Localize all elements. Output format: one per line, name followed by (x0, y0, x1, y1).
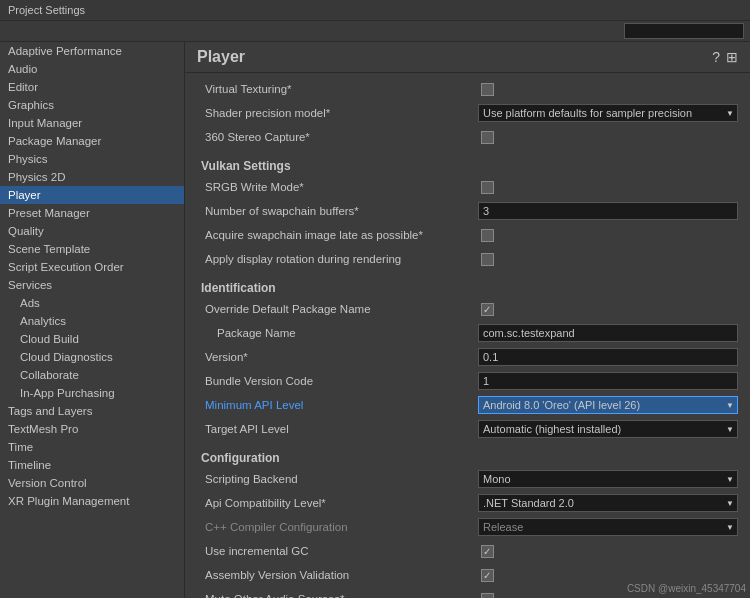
virtual-texturing-checkbox[interactable] (478, 80, 496, 98)
sidebar-item-tags-and-layers[interactable]: Tags and Layers (0, 402, 184, 420)
shader-precision-select-wrap: Use platform defaults for sampler precis… (478, 104, 738, 122)
sidebar-item-quality[interactable]: Quality (0, 222, 184, 240)
sidebar-item-physics[interactable]: Physics (0, 150, 184, 168)
help-icon[interactable]: ? (712, 49, 720, 65)
sidebar-item-cloud-diagnostics[interactable]: Cloud Diagnostics (0, 348, 184, 366)
override-package-box[interactable] (481, 303, 494, 316)
shader-precision-select[interactable]: Use platform defaults for sampler precis… (478, 104, 738, 122)
display-rotation-row: Apply display rotation during rendering (193, 247, 742, 271)
mute-audio-label: Mute Other Audio Sources* (197, 593, 478, 598)
target-api-select-wrap: Automatic (highest installed) (478, 420, 738, 438)
package-name-value (478, 324, 738, 342)
sidebar-item-audio[interactable]: Audio (0, 60, 184, 78)
acquire-swapchain-label: Acquire swapchain image late as possible… (197, 229, 478, 241)
min-api-select[interactable]: Android 8.0 'Oreo' (API level 26) (478, 396, 738, 414)
min-api-row: Minimum API Level Android 8.0 'Oreo' (AP… (193, 393, 742, 417)
package-name-input[interactable] (478, 324, 738, 342)
incremental-gc-label: Use incremental GC (197, 545, 478, 557)
watermark: CSDN @weixin_45347704 (627, 583, 746, 594)
scripting-backend-select[interactable]: Mono (478, 470, 738, 488)
sidebar-item-editor[interactable]: Editor (0, 78, 184, 96)
virtual-texturing-value (478, 80, 738, 98)
srgb-row: SRGB Write Mode* (193, 175, 742, 199)
shader-precision-label: Shader precision model* (197, 107, 478, 119)
stereo-capture-checkbox-wrap[interactable] (478, 128, 496, 146)
api-compat-select[interactable]: .NET Standard 2.0 (478, 494, 738, 512)
sidebar-item-scene-template[interactable]: Scene Template (0, 240, 184, 258)
panel-icons: ? ⊞ (712, 49, 738, 65)
cpp-compiler-row: C++ Compiler Configuration Release (193, 515, 742, 539)
sidebar-item-time[interactable]: Time (0, 438, 184, 456)
search-input[interactable] (624, 23, 744, 39)
mute-audio-box[interactable] (481, 593, 494, 599)
title-bar: Project Settings (0, 0, 750, 21)
sidebar-item-adaptive-performance[interactable]: Adaptive Performance (0, 42, 184, 60)
acquire-swapchain-row: Acquire swapchain image late as possible… (193, 223, 742, 247)
sidebar-item-in-app-purchasing[interactable]: In-App Purchasing (0, 384, 184, 402)
min-api-select-wrap: Android 8.0 'Oreo' (API level 26) (478, 396, 738, 414)
virtual-texturing-box[interactable] (481, 83, 494, 96)
srgb-checkbox-wrap[interactable] (478, 178, 496, 196)
sidebar-item-version-control[interactable]: Version Control (0, 474, 184, 492)
swapchain-input[interactable] (478, 202, 738, 220)
override-package-wrap[interactable] (478, 300, 496, 318)
target-api-select[interactable]: Automatic (highest installed) (478, 420, 738, 438)
acquire-swapchain-wrap[interactable] (478, 226, 496, 244)
version-label: Version* (197, 351, 478, 363)
vulkan-settings-header: Vulkan Settings (193, 153, 742, 175)
shader-precision-row: Shader precision model* Use platform def… (193, 101, 742, 125)
override-package-row: Override Default Package Name (193, 297, 742, 321)
override-package-value (478, 300, 738, 318)
display-rotation-box[interactable] (481, 253, 494, 266)
acquire-swapchain-box[interactable] (481, 229, 494, 242)
incremental-gc-value (478, 542, 738, 560)
swapchain-label: Number of swapchain buffers* (197, 205, 478, 217)
sidebar-item-graphics[interactable]: Graphics (0, 96, 184, 114)
assembly-version-value (478, 566, 738, 584)
version-row: Version* (193, 345, 742, 369)
srgb-box[interactable] (481, 181, 494, 194)
swapchain-row: Number of swapchain buffers* (193, 199, 742, 223)
sidebar-item-script-execution-order[interactable]: Script Execution Order (0, 258, 184, 276)
cpp-compiler-select[interactable]: Release (478, 518, 738, 536)
assembly-version-wrap[interactable] (478, 566, 496, 584)
sidebar-item-player[interactable]: Player (0, 186, 184, 204)
target-api-row: Target API Level Automatic (highest inst… (193, 417, 742, 441)
pin-icon[interactable]: ⊞ (726, 49, 738, 65)
scripting-backend-row: Scripting Backend Mono (193, 467, 742, 491)
incremental-gc-box[interactable] (481, 545, 494, 558)
mute-audio-wrap[interactable] (478, 590, 496, 598)
cpp-compiler-wrap: Release (478, 518, 738, 536)
sidebar-item-cloud-build[interactable]: Cloud Build (0, 330, 184, 348)
stereo-capture-value (478, 128, 738, 146)
sidebar-item-timeline[interactable]: Timeline (0, 456, 184, 474)
sidebar-item-input-manager[interactable]: Input Manager (0, 114, 184, 132)
sidebar-item-preset-manager[interactable]: Preset Manager (0, 204, 184, 222)
scripting-backend-label: Scripting Backend (197, 473, 478, 485)
srgb-label: SRGB Write Mode* (197, 181, 478, 193)
sidebar-item-physics-2d[interactable]: Physics 2D (0, 168, 184, 186)
min-api-label[interactable]: Minimum API Level (197, 399, 478, 411)
package-name-row: Package Name (193, 321, 742, 345)
assembly-version-box[interactable] (481, 569, 494, 582)
bundle-version-input[interactable] (478, 372, 738, 390)
sidebar-item-xr-plugin-management[interactable]: XR Plugin Management (0, 492, 184, 510)
sidebar: Adaptive PerformanceAudioEditorGraphicsI… (0, 42, 185, 598)
sidebar-item-analytics[interactable]: Analytics (0, 312, 184, 330)
version-input[interactable] (478, 348, 738, 366)
sidebar-item-collaborate[interactable]: Collaborate (0, 366, 184, 384)
display-rotation-wrap[interactable] (478, 250, 496, 268)
api-compat-label: Api Compatibility Level* (197, 497, 478, 509)
package-name-label: Package Name (197, 327, 478, 339)
sidebar-item-ads[interactable]: Ads (0, 294, 184, 312)
sidebar-item-package-manager[interactable]: Package Manager (0, 132, 184, 150)
panel-title: Player (197, 48, 245, 66)
sidebar-item-services[interactable]: Services (0, 276, 184, 294)
panel-header: Player ? ⊞ (185, 42, 750, 73)
swapchain-value (478, 202, 738, 220)
scripting-backend-value: Mono (478, 470, 738, 488)
incremental-gc-wrap[interactable] (478, 542, 496, 560)
sidebar-item-textmesh-pro[interactable]: TextMesh Pro (0, 420, 184, 438)
version-value (478, 348, 738, 366)
stereo-capture-box[interactable] (481, 131, 494, 144)
